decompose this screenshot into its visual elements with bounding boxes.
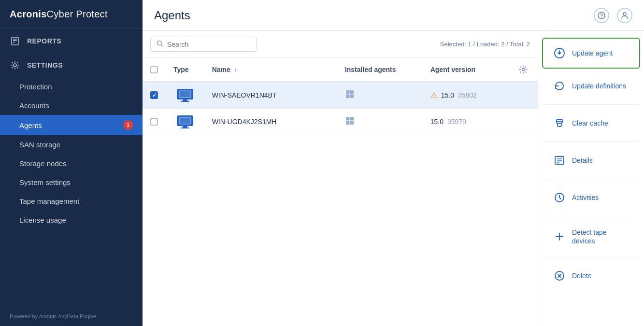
panel-divider [544, 142, 638, 142]
col-header-version: Agent version [423, 58, 509, 82]
refresh-icon [553, 79, 566, 93]
row1-installed [337, 82, 423, 109]
search-input[interactable] [167, 41, 250, 48]
svg-rect-16 [350, 90, 354, 94]
col-header-type: Type [166, 58, 204, 82]
svg-point-4 [14, 64, 16, 67]
delete-button[interactable]: Delete [542, 260, 640, 291]
table-row[interactable]: WIN-UGD4KJ2S1MH [143, 109, 538, 135]
row2-check[interactable] [143, 109, 166, 135]
clear-cache-label: Clear cache [572, 119, 608, 128]
x-circle-icon [553, 269, 566, 283]
row1-checkbox[interactable] [150, 91, 158, 99]
col-header-installed: Installed agents [337, 58, 423, 82]
sidebar-item-protection[interactable]: Protection [0, 77, 143, 96]
broom-icon [553, 116, 566, 130]
computer-icon [176, 114, 194, 129]
detect-tape-button[interactable]: Detect tape devices [542, 219, 640, 254]
reports-label: REPORTS [27, 37, 61, 45]
table-toolbar: Selected: 1 / Loaded: 2 / Total: 2 [143, 31, 538, 58]
svg-rect-25 [346, 121, 350, 125]
system-settings-label: System settings [19, 178, 71, 186]
app-name-bold: Acronis [10, 9, 47, 20]
details-button[interactable]: Details [542, 145, 640, 176]
app-logo: Acronis Cyber Protect [0, 0, 143, 29]
svg-rect-17 [346, 94, 350, 98]
computer-icon [176, 88, 194, 102]
main-header: Agents ? [143, 0, 644, 31]
select-all-checkbox[interactable] [150, 66, 158, 73]
user-button[interactable] [617, 8, 632, 23]
reports-icon [10, 36, 20, 46]
detect-tape-label: Detect tape devices [572, 228, 630, 245]
delete-label: Delete [572, 271, 591, 280]
sidebar-item-license-usage[interactable]: License usage [0, 211, 143, 229]
sidebar-item-settings[interactable]: SETTINGS [0, 53, 143, 77]
page-title: Agents [154, 9, 190, 22]
details-icon [553, 154, 566, 167]
clock-icon [553, 191, 566, 204]
svg-rect-13 [183, 99, 187, 101]
col-header-gear [509, 58, 538, 82]
accounts-label: Accounts [19, 101, 49, 110]
sidebar-item-system-settings[interactable]: System settings [0, 173, 143, 192]
svg-text:?: ? [600, 13, 603, 18]
search-box[interactable] [150, 37, 257, 52]
clear-cache-button[interactable]: Clear cache [542, 108, 640, 139]
svg-rect-15 [346, 90, 350, 94]
sidebar-item-accounts[interactable]: Accounts [0, 96, 143, 115]
download-circle-icon [553, 46, 566, 60]
san-storage-label: SAN storage [19, 141, 60, 149]
license-usage-label: License usage [19, 216, 66, 224]
windows-icon [345, 118, 355, 128]
svg-rect-22 [181, 128, 189, 128]
sidebar-item-reports[interactable]: REPORTS [0, 29, 143, 53]
gear-settings-button[interactable] [516, 63, 530, 76]
activities-button[interactable]: Activities [542, 182, 640, 213]
app-name-light: Cyber Protect [47, 9, 108, 20]
agents-table: Type Name ↑ Installed agents Agent versi… [143, 58, 538, 135]
table-row[interactable]: WIN-SAEOVR1N4BT [143, 82, 538, 109]
svg-rect-21 [183, 126, 187, 128]
sidebar-item-storage-nodes[interactable]: Storage nodes [0, 154, 143, 173]
row1-type [166, 82, 204, 109]
table-section: Selected: 1 / Loaded: 2 / Total: 2 Type [143, 31, 538, 326]
row2-checkbox[interactable] [150, 118, 158, 126]
storage-nodes-label: Storage nodes [19, 159, 67, 168]
help-button[interactable]: ? [594, 8, 609, 23]
table-header-row: Type Name ↑ Installed agents Agent versi… [143, 58, 538, 82]
panel-divider [544, 179, 638, 179]
agents-label: Agents [19, 121, 42, 129]
settings-icon [10, 60, 20, 71]
row1-check[interactable] [143, 82, 166, 109]
row1-gear [509, 82, 538, 109]
sidebar-footer: Powered by Acronis AnyData Engine [0, 307, 143, 326]
sidebar-item-agents[interactable]: Agents 1 [0, 115, 143, 135]
content-area: Selected: 1 / Loaded: 2 / Total: 2 Type [143, 31, 644, 326]
activities-label: Activities [572, 193, 599, 202]
sort-asc-icon: ↑ [234, 67, 237, 73]
row2-type [166, 109, 204, 135]
col-header-name[interactable]: Name ↑ [204, 58, 337, 82]
update-definitions-button[interactable]: Update definitions [542, 71, 640, 101]
svg-rect-23 [346, 117, 350, 121]
row2-version: 15.0 35979 [423, 109, 509, 135]
agents-badge: 1 [123, 120, 133, 130]
panel-divider [544, 216, 638, 216]
svg-rect-12 [179, 91, 191, 98]
svg-point-7 [623, 13, 626, 15]
row1-version: ⚠ 15.0 35802 [423, 82, 509, 109]
update-agent-label: Update agent [572, 49, 613, 57]
col-header-check [143, 58, 166, 82]
svg-rect-24 [350, 117, 354, 121]
windows-icon [345, 91, 355, 101]
svg-point-10 [522, 69, 524, 71]
details-label: Details [572, 156, 593, 165]
update-agent-button[interactable]: Update agent [542, 38, 640, 69]
sidebar-item-tape-management[interactable]: Tape management [0, 192, 143, 211]
svg-rect-20 [179, 117, 191, 124]
update-definitions-label: Update definitions [572, 82, 626, 90]
row2-gear [509, 109, 538, 135]
svg-rect-26 [350, 121, 354, 125]
sidebar-item-san-storage[interactable]: SAN storage [0, 135, 143, 154]
